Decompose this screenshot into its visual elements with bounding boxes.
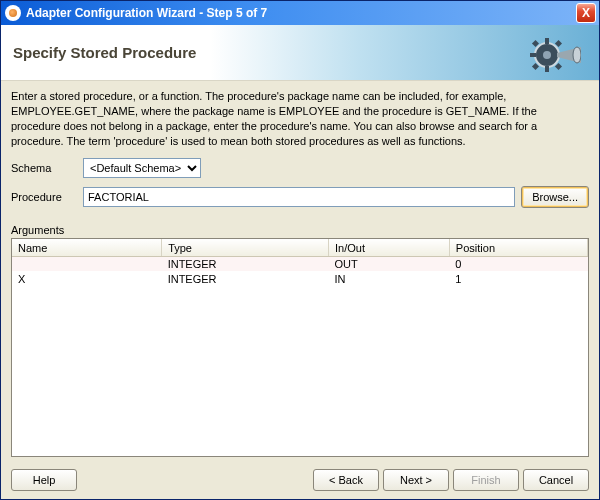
svg-rect-4: [530, 53, 536, 57]
cell-position: 0: [449, 256, 587, 271]
app-icon: [5, 5, 21, 21]
cell-type: INTEGER: [162, 256, 329, 271]
arguments-label: Arguments: [11, 224, 589, 236]
table-row[interactable]: INTEGER OUT 0: [12, 256, 588, 271]
next-button[interactable]: Next >: [383, 469, 449, 491]
col-position[interactable]: Position: [449, 239, 587, 256]
svg-rect-2: [545, 38, 549, 44]
svg-point-10: [573, 47, 581, 63]
schema-row: Schema <Default Schema>: [11, 158, 589, 178]
titlebar: Adapter Configuration Wizard - Step 5 of…: [1, 1, 599, 25]
arguments-table-container: Name Type In/Out Position INTEGER OUT 0 …: [11, 238, 589, 457]
schema-select[interactable]: <Default Schema>: [83, 158, 201, 178]
close-icon: X: [582, 6, 590, 20]
col-type[interactable]: Type: [162, 239, 329, 256]
cell-inout: IN: [329, 271, 450, 286]
cell-inout: OUT: [329, 256, 450, 271]
close-button[interactable]: X: [576, 3, 596, 23]
help-button[interactable]: Help: [11, 469, 77, 491]
svg-rect-3: [545, 66, 549, 72]
table-empty-area: [12, 286, 588, 456]
procedure-input[interactable]: [83, 187, 515, 207]
browse-button[interactable]: Browse...: [521, 186, 589, 208]
procedure-label: Procedure: [11, 191, 83, 203]
window-title: Adapter Configuration Wizard - Step 5 of…: [26, 6, 576, 20]
gear-icon: [527, 35, 581, 75]
cell-position: 1: [449, 271, 587, 286]
col-inout[interactable]: In/Out: [329, 239, 450, 256]
cell-name: X: [12, 271, 162, 286]
cell-type: INTEGER: [162, 271, 329, 286]
page-title: Specify Stored Procedure: [13, 44, 196, 61]
instructions-text: Enter a stored procedure, or a function.…: [11, 89, 589, 148]
col-name[interactable]: Name: [12, 239, 162, 256]
table-row[interactable]: X INTEGER IN 1: [12, 271, 588, 286]
cancel-button[interactable]: Cancel: [523, 469, 589, 491]
finish-button: Finish: [453, 469, 519, 491]
wizard-banner: Specify Stored Procedure: [1, 25, 599, 81]
arguments-header-row: Name Type In/Out Position: [12, 239, 588, 256]
wizard-window: Adapter Configuration Wizard - Step 5 of…: [0, 0, 600, 500]
svg-point-1: [543, 51, 551, 59]
wizard-content: Enter a stored procedure, or a function.…: [1, 81, 599, 463]
back-button[interactable]: < Back: [313, 469, 379, 491]
procedure-row: Procedure Browse...: [11, 186, 589, 208]
cell-name: [12, 256, 162, 271]
wizard-footer: Help < Back Next > Finish Cancel: [1, 463, 599, 499]
arguments-table: Name Type In/Out Position INTEGER OUT 0 …: [12, 239, 588, 286]
schema-label: Schema: [11, 162, 83, 174]
